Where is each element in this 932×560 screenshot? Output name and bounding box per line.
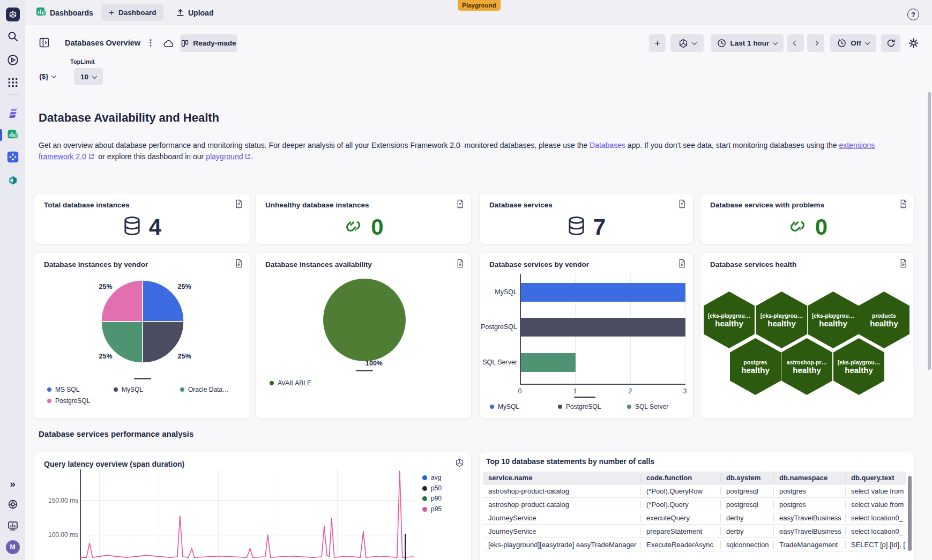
search-icon[interactable]: [7, 31, 19, 42]
legend-item-mysql[interactable]: MySQL: [490, 403, 519, 410]
column-header-db-namespace[interactable]: db.namespace: [773, 474, 845, 482]
pie-slice-label: 25%: [171, 283, 198, 290]
timeframe-back-button[interactable]: [787, 34, 804, 52]
hexagon-service[interactable]: [eks-playgrou…healthy: [833, 338, 884, 395]
bar-sql-server[interactable]: [521, 353, 576, 372]
dashboards-app-icon[interactable]: [7, 130, 18, 141]
settings-gear-icon[interactable]: [908, 38, 919, 51]
legend-item-mysql[interactable]: MySQL: [114, 386, 143, 393]
tile-title: Query latency overview (span duration): [44, 460, 184, 468]
apps-grid-icon[interactable]: [8, 78, 17, 87]
hexagon-service[interactable]: [eks-playgrou…healthy: [808, 292, 859, 348]
cube-icon: [679, 39, 688, 48]
user-avatar[interactable]: M: [6, 540, 20, 554]
hexagon-service[interactable]: productshealthy: [859, 292, 909, 348]
x-tick: 2: [624, 387, 636, 395]
table-row[interactable]: [eks-playground][easytrade] easyTradeMan…: [483, 538, 906, 551]
database-icon: [123, 215, 141, 240]
tile-unhealthy-database-instances: Unhealthy database instances 0: [255, 193, 472, 244]
app-title[interactable]: Dashboards: [50, 9, 93, 17]
databases-app-link[interactable]: Databases: [590, 141, 625, 150]
table-row[interactable]: astroshop-product-catalog(*Pool).QueryRo…: [483, 484, 906, 498]
legend-item-postgresql[interactable]: PostgreSQL: [558, 403, 601, 410]
tab-dashboard[interactable]: + Dashboard: [101, 4, 163, 21]
expand-sidebar-icon[interactable]: »: [10, 478, 16, 490]
top-limit-select[interactable]: 10: [74, 68, 103, 85]
chevron-down-icon: [773, 40, 778, 45]
legend-item-postgresql[interactable]: PostgreSQL: [47, 397, 90, 405]
hexagon-service[interactable]: [eks-playgrou…healthy: [756, 292, 807, 348]
clouds-app-icon[interactable]: [7, 175, 19, 186]
document-icon[interactable]: [678, 259, 686, 270]
hexagon-service[interactable]: postgreshealthy: [730, 338, 781, 395]
upload-label[interactable]: Upload: [188, 9, 213, 17]
legend-item-ms-sql[interactable]: MS SQL: [47, 386, 79, 393]
app-sidebar: » M: [0, 0, 25, 560]
cloud-sync-icon[interactable]: [163, 40, 174, 50]
legend-item-oracle[interactable]: Oracle Data…: [180, 386, 229, 393]
bar-mysql[interactable]: [521, 283, 685, 302]
chevron-down-icon: [864, 40, 870, 45]
ready-made-badge[interactable]: Ready-made: [180, 34, 237, 52]
axis-pager[interactable]: [574, 397, 595, 398]
legend-item-available[interactable]: AVAILABLE: [270, 379, 311, 387]
column-header-code-function[interactable]: code.function: [640, 474, 720, 482]
chevron-down-icon: [691, 40, 697, 45]
pie-slice-label: 25%: [92, 283, 119, 290]
table-row[interactable]: JourneyServiceexecuteQueryderbyeasyTrave…: [483, 511, 906, 525]
pie-slice-label: 100%: [361, 360, 387, 367]
legend-pager[interactable]: [356, 370, 373, 371]
database-icon: [567, 215, 586, 240]
visualization-picker-button[interactable]: [670, 34, 704, 52]
document-icon[interactable]: [235, 259, 243, 270]
auto-refresh-selector[interactable]: Off: [830, 34, 876, 52]
refresh-button[interactable]: [881, 34, 900, 52]
previews-icon[interactable]: [7, 54, 19, 66]
bar-postgresql[interactable]: [521, 318, 685, 337]
variables-button[interactable]: {$}: [39, 72, 56, 80]
legend-item-p95[interactable]: p95: [422, 505, 442, 513]
services-layers-icon[interactable]: [6, 107, 19, 120]
workflows-app-icon[interactable]: [7, 152, 18, 163]
column-header-db-query-text[interactable]: db.query.text: [845, 474, 906, 482]
dashboard-title[interactable]: Databases Overview: [65, 39, 140, 47]
legend-item-p50[interactable]: p50: [422, 484, 442, 492]
legend-item-p90[interactable]: p90: [422, 495, 442, 502]
upload-icon[interactable]: [176, 8, 185, 19]
support-icon[interactable]: [7, 498, 19, 510]
legend-item-sql-server[interactable]: SQL Server: [627, 403, 668, 410]
dynatrace-logo-icon[interactable]: [6, 8, 20, 21]
page-scrollbar[interactable]: [928, 92, 931, 370]
timeframe-selector[interactable]: Last 1 hour: [711, 34, 784, 52]
hexagon-service[interactable]: [eks-playgrou…healthy: [704, 292, 755, 348]
column-header-service-name[interactable]: service.name: [483, 474, 640, 482]
y-tick-label: 150.00 ms: [39, 497, 78, 504]
table-scrollbar[interactable]: [908, 476, 912, 551]
dashboards-app-icon[interactable]: [36, 7, 47, 20]
cube-icon[interactable]: [455, 458, 464, 469]
reports-icon[interactable]: [7, 520, 18, 532]
document-icon[interactable]: [678, 199, 686, 211]
document-icon[interactable]: [899, 259, 907, 270]
y-tick-label: 100.00 ms: [39, 531, 78, 539]
chevron-left-icon: [793, 41, 798, 46]
stat-value: 0: [815, 214, 827, 240]
document-icon[interactable]: [456, 259, 464, 270]
table-row[interactable]: JourneyServiceprepareStatementderbyeasyT…: [483, 525, 906, 538]
kebab-menu-icon[interactable]: ⋮: [146, 38, 155, 48]
add-tile-button[interactable]: +: [649, 34, 666, 52]
column-header-db-system[interactable]: db.system: [720, 474, 773, 482]
document-icon[interactable]: [899, 199, 907, 211]
legend-item-avg[interactable]: avg: [422, 474, 441, 481]
document-icon[interactable]: [456, 199, 464, 211]
legend-pager[interactable]: [134, 378, 151, 379]
x-tick: 3: [679, 387, 691, 395]
hexagon-service[interactable]: astroshop-pr…healthy: [781, 338, 832, 395]
dashboard-board-icon[interactable]: [39, 38, 49, 50]
playground-link[interactable]: playground: [206, 152, 243, 161]
timeframe-forward-button[interactable]: [807, 34, 824, 52]
help-icon[interactable]: ?: [907, 9, 919, 20]
active-app-indicator: [0, 129, 2, 141]
document-icon[interactable]: [235, 199, 243, 211]
table-row[interactable]: astroshop-product-catalog(*Pool).Querypo…: [483, 498, 906, 511]
